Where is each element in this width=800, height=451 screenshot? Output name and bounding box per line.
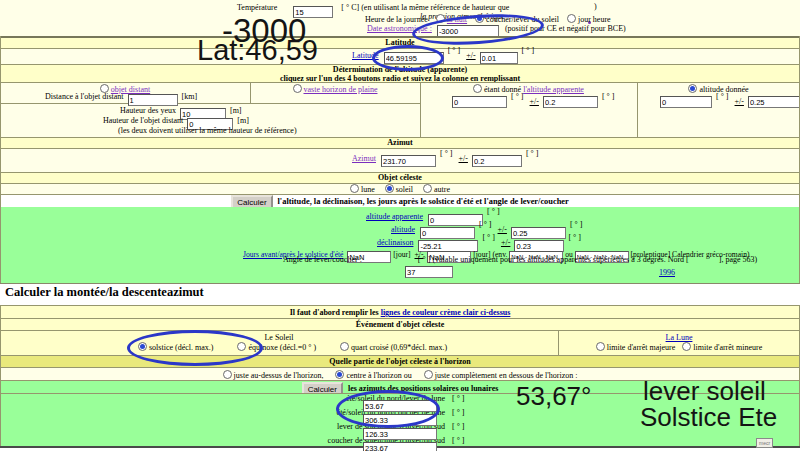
pen-circle-solstice [127, 330, 263, 366]
plusminus: +/- [530, 97, 539, 106]
autre-label[interactable]: autre [434, 185, 450, 194]
radio-vaste-horizon[interactable] [293, 84, 302, 93]
radio-au-dessus[interactable] [223, 370, 232, 379]
plusminus: +/- [459, 154, 468, 163]
azimut-input[interactable] [381, 155, 436, 167]
hauteur-yeux-label: Hauteur des yeux [120, 106, 176, 115]
deg-unit: [ ° ] [448, 46, 461, 55]
page: Température [ ° C] (en utilisant la même… [0, 0, 800, 451]
deg-unit: [ ° ] [487, 207, 500, 216]
centre-horizon-label[interactable]: centre à l'horizon ou [346, 371, 411, 380]
distance-label: Distance à l'objet distant [45, 92, 124, 101]
divider [0, 283, 800, 284]
plusminus: +/- [735, 97, 744, 106]
divider [0, 36, 1, 283]
etant-error-input[interactable] [543, 96, 598, 108]
annotation-solstice-ete: Solstice Ete [640, 413, 777, 422]
limite-mineure-label[interactable]: limite d'arrêt mineure [693, 343, 762, 352]
altitude-apparente-result-link[interactable]: altitude apparente [366, 212, 423, 221]
year-1996-link[interactable]: 1996 [659, 268, 675, 277]
radio-limite-majeure[interactable] [596, 342, 605, 351]
section2-heading: Calculer la montée/la descenteazimut [5, 288, 204, 297]
angle-lever-row: Angle de lever/coucher : [ ° ] (valable … [283, 255, 757, 264]
pen-circle-latitude [372, 45, 444, 71]
quart-croise-label[interactable]: quart croisé (0,69*décl. max.) [351, 343, 447, 352]
radio-jour-heure[interactable] [567, 14, 576, 23]
radio-etant-donne[interactable] [473, 84, 482, 93]
hauteur-note: (les deux doivent utiliser la même haute… [118, 126, 297, 135]
m-unit: [m] [230, 106, 242, 115]
output-input-hiver-lever[interactable] [363, 428, 437, 440]
calc1-row: Calculer l'altitude, la déclinaison, les… [0, 195, 800, 207]
limite-majeure-label[interactable]: limite d'arrêt majeure [607, 343, 676, 352]
vaste-horizon-link[interactable]: vaste horizon de plaine [304, 85, 378, 94]
year-1996-link-wrap: 1996 [659, 268, 675, 277]
deg-unit: [ ° ] [440, 149, 453, 158]
azimut-link[interactable]: Azimut [352, 154, 376, 163]
declinaison-link[interactable]: déclinaison [377, 238, 413, 247]
annotation-azimut-value: 53,67° [516, 392, 591, 401]
angle-note1: (valable uniquement pour les altitudes a… [432, 255, 688, 264]
calc1-text: l'altitude, la déclinaison, les jours ap… [278, 197, 569, 206]
soleil-title: Le Soleil [0, 333, 558, 342]
altitude-apparente-link[interactable]: l'altitude apparente [523, 85, 584, 94]
radio-limite-mineure[interactable] [682, 342, 691, 351]
m-unit: [m] [237, 116, 249, 125]
soleil-label[interactable]: soleil [396, 185, 413, 194]
note-prefix: Il faut d'abord remplir les [290, 308, 381, 317]
dessous-label[interactable]: juste complètement en dessous de l'horiz… [435, 371, 578, 380]
donnee-value-input[interactable] [660, 96, 712, 108]
radio-soleil[interactable] [385, 184, 394, 193]
vaste-horizon-option: vaste horizon de plaine [250, 84, 420, 94]
paren-close: ) [594, 2, 597, 11]
annotation-latitude: Lat:46,59 [197, 46, 318, 55]
donnee-error-input[interactable] [748, 96, 800, 108]
lune-title-wrap: La Lune [558, 333, 800, 342]
radio-quart-croise[interactable] [340, 342, 349, 351]
cream-lines-link[interactable]: lignes de couleur crème clair ci-dessus [381, 308, 511, 317]
objet-header: Objet céleste [0, 173, 800, 183]
radio-altitude-donnee[interactable] [688, 84, 697, 93]
pen-circle-azimut [336, 390, 440, 428]
deg-unit: [ ° ] [418, 255, 431, 264]
deg-unit: [ ° ] [526, 149, 539, 158]
deg-unit: [ ° ] [522, 46, 535, 55]
lune-options: limite d'arrêt majeure limite d'arrêt mi… [558, 342, 800, 352]
declinaison-row: déclinaison [ ° ] +/- [ ° ] [377, 237, 583, 249]
angle-note2: ], page 563) [719, 255, 757, 264]
radio-autre[interactable] [423, 184, 432, 193]
hauteur-objet-label: Hauteur de l'objet distant [103, 116, 183, 125]
temperature-unit: [ ° C] (en utilisant la même référence d… [341, 3, 509, 12]
deg-unit: [ ° ] [602, 92, 615, 101]
deg-unit: [ ° ] [452, 394, 465, 403]
temperature-label: Température [237, 3, 277, 12]
angle-input[interactable] [405, 266, 453, 278]
altitude-link[interactable]: altitude [391, 225, 415, 234]
lune-label[interactable]: lune [361, 185, 375, 194]
plusminus: +/- [501, 238, 510, 247]
radio-centre-horizon[interactable] [335, 370, 344, 379]
plusminus: +/- [466, 51, 475, 60]
output-input-hiver-coucher[interactable] [363, 442, 437, 451]
divider [0, 305, 1, 446]
deg-unit: [ ° ] [479, 220, 492, 229]
deg-unit: [ ° ] [568, 233, 581, 242]
latitude-error-input[interactable] [480, 52, 518, 64]
azimut-error-input[interactable] [472, 155, 522, 167]
lune-title-link[interactable]: La Lune [666, 333, 693, 342]
deg-unit: [ ° ] [452, 408, 465, 417]
deg-unit: [ ° ] [511, 92, 524, 101]
km-unit: [km] [182, 92, 198, 101]
radio-lune[interactable] [350, 184, 359, 193]
deg-unit: [ ° ] [482, 233, 495, 242]
radio-dessous[interactable] [424, 370, 433, 379]
au-dessus-label[interactable]: juste au-dessus de l'horizon, [234, 371, 324, 380]
deg-unit: [ ° ] [570, 220, 583, 229]
etant-value-input[interactable] [452, 96, 507, 108]
azimut-header: Azimut [0, 138, 800, 148]
plusminus: +/- [498, 225, 507, 234]
etant-donne-inputs: [ ° ] +/- [ ° ] [452, 96, 616, 108]
angle-label: Angle de lever/coucher : [283, 255, 362, 264]
deg-unit: [ ° ] [716, 92, 729, 101]
altitude-donnee-inputs: [ ° ] +/- [ ° ] [660, 96, 800, 108]
